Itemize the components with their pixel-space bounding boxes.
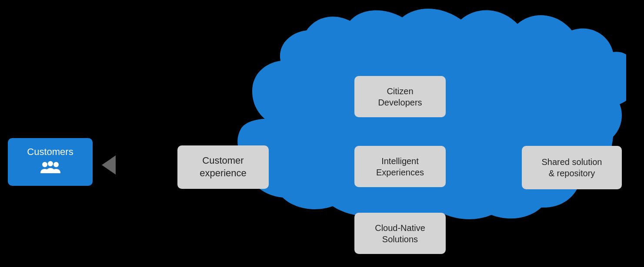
customer-experience-label: Customer experience [200,155,247,179]
cloudnative-solutions-label: Cloud-Native Solutions [375,222,425,245]
shared-solution-box: Shared solution & repository [522,146,622,189]
cloudnative-solutions-box: Cloud-Native Solutions [354,213,446,254]
customers-box: Customers [8,138,93,186]
intelligent-experiences-label: Intelligent Experiences [376,155,424,178]
svg-point-2 [48,161,53,166]
arrow-customers-cx [102,155,116,175]
customers-icon [40,161,61,178]
citizen-developers-box: Citizen Developers [354,76,446,117]
citizen-developers-label: Citizen Developers [378,86,422,108]
shared-solution-label: Shared solution & repository [542,156,602,179]
svg-point-0 [42,162,47,167]
svg-point-1 [53,162,59,167]
customers-label: Customers [27,146,73,158]
intelligent-experiences-box: Intelligent Experiences [354,146,446,187]
diagram-container: Customers Customer experience [0,0,644,267]
customer-experience-box: Customer experience [177,145,269,189]
